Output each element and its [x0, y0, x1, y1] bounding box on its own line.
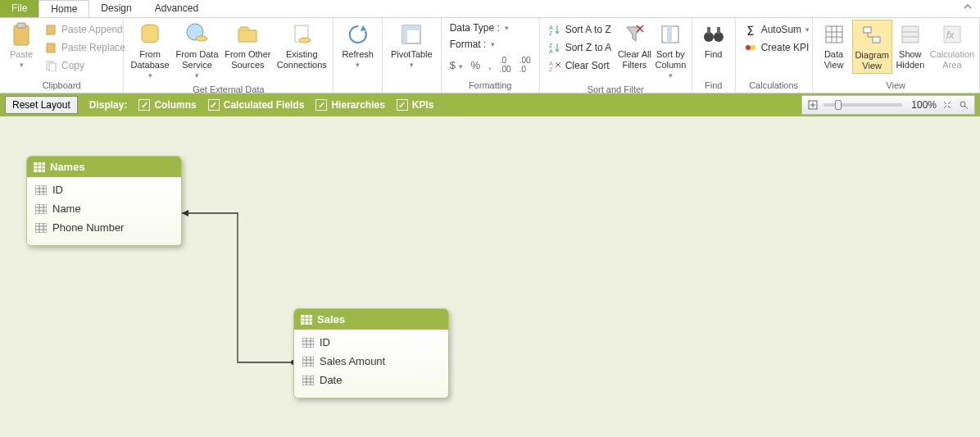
clear-all-filters-button[interactable]: Clear All Filters — [616, 20, 652, 72]
chevron-down-icon: ▾ — [195, 71, 199, 81]
reset-layout-button[interactable]: Reset Layout — [5, 96, 78, 114]
clear-sort-label: Clear Sort — [565, 60, 610, 71]
format-dropdown[interactable]: Format :▾ — [447, 38, 534, 51]
paste-append-button[interactable]: Paste Append — [41, 21, 129, 38]
sort-za-label: Sort Z to A — [565, 42, 612, 53]
sort-za-button[interactable]: ZA Sort Z to A — [545, 39, 615, 56]
data-type-dropdown[interactable]: Data Type :▾ — [447, 21, 534, 34]
group-formatting-label: Formatting — [445, 79, 536, 93]
field-names-phone[interactable]: Phone Number — [27, 218, 181, 237]
ribbon-collapse-button[interactable] — [955, 0, 980, 17]
field-names-name[interactable]: Name — [27, 199, 181, 218]
binoculars-icon — [701, 21, 727, 48]
currency-format-button[interactable]: $ ▾ — [450, 59, 463, 71]
svg-rect-21 — [667, 26, 672, 43]
diagram-view-button[interactable]: Diagram View — [852, 20, 892, 74]
display-kpis-checkbox[interactable]: ✓KPIs — [397, 99, 434, 111]
existing-connections-button[interactable]: Existing Connections — [274, 20, 329, 72]
show-hidden-button[interactable]: Show Hidden — [892, 20, 928, 72]
from-other-sources-label: From Other Sources — [225, 49, 270, 71]
diagram-view-label: Diagram View — [855, 50, 889, 71]
column-icon — [302, 357, 314, 366]
pivottable-label: PivotTable — [391, 49, 433, 60]
tab-home[interactable]: Home — [39, 0, 89, 17]
paste-button[interactable]: Paste ▾ — [3, 20, 39, 72]
field-sales-amount[interactable]: Sales Amount — [294, 352, 448, 371]
svg-text:Z: Z — [549, 66, 553, 71]
table-sales[interactable]: Sales ID Sales Amount Date — [293, 308, 449, 398]
fit-screen-button[interactable] — [807, 99, 819, 111]
svg-rect-13 — [402, 25, 407, 43]
paste-append-label: Paste Append — [61, 24, 123, 35]
paste-append-icon — [44, 23, 57, 36]
zoom-slider[interactable] — [823, 103, 902, 107]
sort-by-column-button[interactable]: Sort by Column ▾ — [652, 20, 688, 83]
existing-connections-label: Existing Connections — [277, 49, 327, 71]
column-icon — [302, 338, 314, 348]
field-names-id[interactable]: ID — [27, 180, 181, 199]
display-calcfields-checkbox[interactable]: ✓Calculated Fields — [208, 99, 305, 111]
svg-rect-73 — [302, 357, 314, 366]
chevron-down-icon: ▾ — [148, 71, 152, 81]
svg-rect-25 — [717, 27, 720, 34]
chevron-down-icon: ▾ — [805, 25, 810, 34]
from-data-service-button[interactable]: From Data Service ▾ — [173, 20, 222, 83]
create-kpi-label: Create KPI — [761, 42, 810, 53]
table-names[interactable]: Names ID Name Phone Number — [26, 156, 182, 246]
show-hidden-icon — [897, 21, 923, 48]
group-find-label: Find — [696, 79, 732, 93]
table-icon — [301, 315, 312, 325]
copy-button[interactable]: Copy — [41, 57, 129, 74]
zoom-value: 100% — [907, 99, 937, 111]
field-sales-id[interactable]: ID — [294, 333, 448, 352]
diagram-canvas[interactable]: Names ID Name Phone Number Sales ID Sale… — [0, 116, 980, 437]
pivottable-icon — [398, 21, 424, 48]
autosum-button[interactable]: ∑ AutoSum ▾ — [741, 21, 813, 38]
copy-label: Copy — [61, 60, 84, 71]
svg-text:A: A — [549, 25, 553, 30]
refresh-label: Refresh — [342, 49, 374, 60]
connections-icon — [288, 21, 315, 48]
paste-replace-button[interactable]: Paste Replace — [41, 39, 129, 56]
table-icon — [34, 162, 45, 172]
svg-rect-78 — [302, 376, 314, 385]
refresh-button[interactable]: Refresh ▾ — [337, 20, 379, 72]
percent-format-button[interactable]: % — [471, 59, 481, 71]
group-getdata-label: Get External Data — [127, 83, 329, 97]
group-sortfilter-label: Sort and Filter — [543, 83, 688, 97]
svg-point-26 — [746, 45, 751, 50]
table-sales-header[interactable]: Sales — [294, 309, 448, 330]
create-kpi-button[interactable]: Create KPI — [741, 39, 813, 56]
increase-decimal-button[interactable]: .0.00 — [500, 56, 511, 74]
svg-point-8 — [196, 36, 207, 41]
zoom-original-button[interactable] — [941, 99, 953, 111]
calculation-area-button[interactable]: fx Calculation Area — [928, 20, 976, 72]
decrease-decimal-button[interactable]: .00.0 — [519, 56, 531, 74]
from-database-button[interactable]: From Database ▾ — [127, 20, 172, 83]
format-label: Format : — [450, 39, 487, 50]
table-names-header[interactable]: Names — [27, 157, 181, 177]
data-view-button[interactable]: Data View — [816, 20, 852, 72]
svg-rect-43 — [34, 162, 45, 172]
tab-file[interactable]: File — [0, 0, 39, 17]
tab-design[interactable]: Design — [89, 0, 143, 17]
field-sales-date[interactable]: Date — [294, 371, 448, 389]
display-label: Display: — [89, 99, 128, 111]
pivottable-button[interactable]: PivotTable ▾ — [386, 20, 438, 72]
svg-rect-3 — [47, 43, 55, 52]
globe-icon — [184, 21, 211, 48]
display-columns-checkbox[interactable]: ✓Columns — [138, 99, 196, 111]
zoom-drag-button[interactable] — [958, 99, 969, 111]
svg-rect-5 — [49, 63, 56, 71]
svg-text:Z: Z — [549, 43, 553, 48]
find-button[interactable]: Find — [696, 20, 732, 61]
sort-az-button[interactable]: AZ Sort A to Z — [545, 21, 615, 38]
display-hierarchies-checkbox[interactable]: ✓Hierarchies — [315, 99, 384, 111]
svg-text:Z: Z — [549, 30, 553, 35]
filter-clear-icon — [621, 21, 647, 48]
svg-rect-34 — [873, 37, 880, 43]
clear-sort-button[interactable]: AZ Clear Sort — [545, 57, 615, 74]
comma-format-button[interactable]: , — [488, 59, 492, 71]
tab-advanced[interactable]: Advanced — [143, 0, 210, 17]
from-other-sources-button[interactable]: From Other Sources — [221, 20, 274, 72]
